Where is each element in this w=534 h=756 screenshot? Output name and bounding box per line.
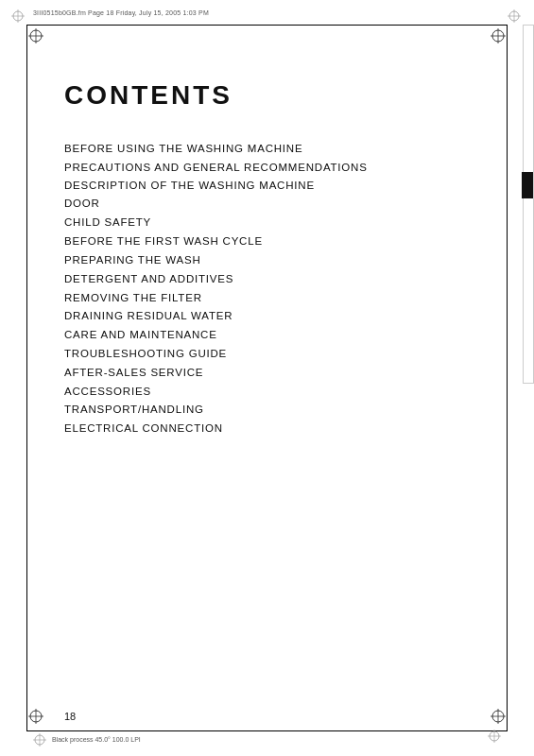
footer-reg-mark-right [488, 730, 501, 747]
page-container: 3III0515b0GB.fm Page 18 Friday, July 15,… [0, 0, 534, 756]
corner-mark-top-left [28, 28, 43, 47]
scroll-track [523, 25, 534, 384]
corner-mark-bottom-left [28, 709, 43, 728]
contents-item-3: DESCRIPTION OF THE WASHING MACHINE [64, 178, 487, 195]
scroll-thumb [522, 172, 533, 198]
contents-list: BEFORE USING THE WASHING MACHINEPRECAUTI… [64, 141, 487, 438]
main-content: CONTENTS BEFORE USING THE WASHING MACHIN… [64, 80, 487, 439]
file-info-text: 3III0515b0GB.fm Page 18 Friday, July 15,… [33, 9, 209, 16]
contents-item-4: DOOR [64, 196, 487, 213]
contents-item-12: TROUBLESHOOTING GUIDE [64, 346, 487, 363]
footer-bar: Black process 45.0° 100.0 LPI [0, 731, 534, 748]
footer-info-text: Black process 45.0° 100.0 LPI [52, 736, 141, 743]
page-title: CONTENTS [64, 80, 487, 111]
contents-item-2: PRECAUTIONS AND GENERAL RECOMMENDATIONS [64, 160, 487, 177]
contents-item-5: CHILD SAFETY [64, 215, 487, 232]
footer-reg-mark-left: Black process 45.0° 100.0 LPI [33, 733, 141, 747]
contents-item-6: BEFORE THE FIRST WASH CYCLE [64, 233, 487, 250]
left-border [26, 25, 27, 731]
corner-mark-bottom-right [491, 709, 506, 728]
contents-item-16: ELECTRICAL CONNECTION [64, 421, 487, 438]
contents-item-15: TRANSPORT/HANDLING [64, 402, 487, 419]
right-border [507, 25, 508, 731]
header-reg-mark-right [508, 9, 521, 26]
corner-mark-top-right [491, 28, 506, 47]
contents-item-1: BEFORE USING THE WASHING MACHINE [64, 141, 487, 158]
top-border [26, 25, 508, 26]
contents-item-10: DRAINING RESIDUAL WATER [64, 308, 487, 325]
contents-item-7: PREPARING THE WASH [64, 252, 487, 269]
header-reg-mark-left [11, 9, 25, 26]
contents-item-14: ACCESSORIES [64, 384, 487, 401]
contents-item-9: REMOVING THE FILTER [64, 290, 487, 307]
contents-item-8: DETERGENT AND ADDITIVES [64, 271, 487, 288]
page-number: 18 [64, 711, 76, 722]
contents-item-11: CARE AND MAINTENANCE [64, 327, 487, 344]
header-bar: 3III0515b0GB.fm Page 18 Friday, July 15,… [0, 8, 534, 25]
contents-item-13: AFTER-SALES SERVICE [64, 365, 487, 382]
